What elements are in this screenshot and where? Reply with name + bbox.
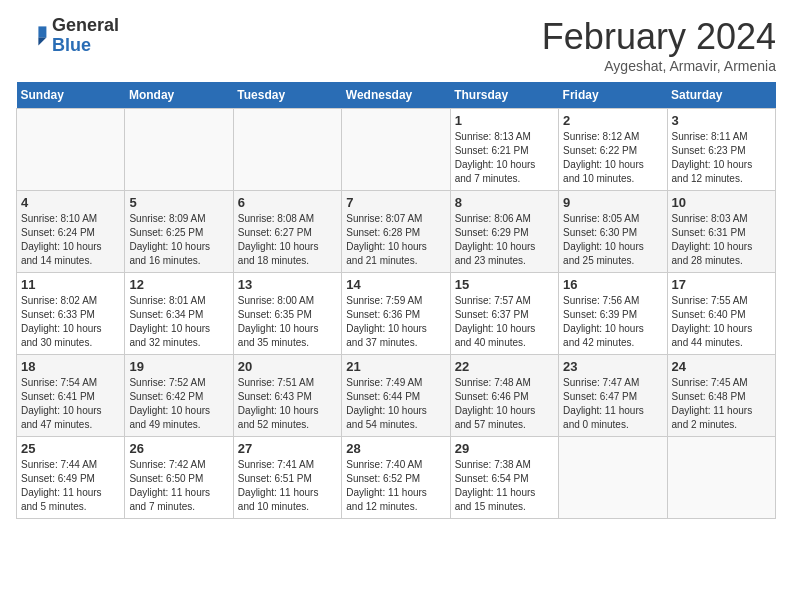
day-info: Sunrise: 7:45 AM Sunset: 6:48 PM Dayligh… xyxy=(672,376,771,432)
calendar-cell: 7Sunrise: 8:07 AM Sunset: 6:28 PM Daylig… xyxy=(342,191,450,273)
day-info: Sunrise: 7:52 AM Sunset: 6:42 PM Dayligh… xyxy=(129,376,228,432)
day-info: Sunrise: 7:59 AM Sunset: 6:36 PM Dayligh… xyxy=(346,294,445,350)
calendar-cell: 8Sunrise: 8:06 AM Sunset: 6:29 PM Daylig… xyxy=(450,191,558,273)
calendar-cell: 14Sunrise: 7:59 AM Sunset: 6:36 PM Dayli… xyxy=(342,273,450,355)
day-info: Sunrise: 8:03 AM Sunset: 6:31 PM Dayligh… xyxy=(672,212,771,268)
day-header-sunday: Sunday xyxy=(17,82,125,109)
day-header-saturday: Saturday xyxy=(667,82,775,109)
day-number: 29 xyxy=(455,441,554,456)
calendar-cell: 26Sunrise: 7:42 AM Sunset: 6:50 PM Dayli… xyxy=(125,437,233,519)
calendar-cell: 24Sunrise: 7:45 AM Sunset: 6:48 PM Dayli… xyxy=(667,355,775,437)
calendar-cell: 22Sunrise: 7:48 AM Sunset: 6:46 PM Dayli… xyxy=(450,355,558,437)
calendar-cell: 5Sunrise: 8:09 AM Sunset: 6:25 PM Daylig… xyxy=(125,191,233,273)
day-info: Sunrise: 8:11 AM Sunset: 6:23 PM Dayligh… xyxy=(672,130,771,186)
day-info: Sunrise: 7:54 AM Sunset: 6:41 PM Dayligh… xyxy=(21,376,120,432)
day-number: 26 xyxy=(129,441,228,456)
svg-marker-1 xyxy=(38,37,46,45)
week-row-4: 18Sunrise: 7:54 AM Sunset: 6:41 PM Dayli… xyxy=(17,355,776,437)
day-number: 20 xyxy=(238,359,337,374)
day-header-thursday: Thursday xyxy=(450,82,558,109)
logo-icon xyxy=(16,20,48,52)
calendar-cell: 9Sunrise: 8:05 AM Sunset: 6:30 PM Daylig… xyxy=(559,191,667,273)
day-number: 18 xyxy=(21,359,120,374)
calendar-cell: 29Sunrise: 7:38 AM Sunset: 6:54 PM Dayli… xyxy=(450,437,558,519)
calendar-header-row: SundayMondayTuesdayWednesdayThursdayFrid… xyxy=(17,82,776,109)
day-info: Sunrise: 7:55 AM Sunset: 6:40 PM Dayligh… xyxy=(672,294,771,350)
day-number: 19 xyxy=(129,359,228,374)
day-number: 4 xyxy=(21,195,120,210)
day-info: Sunrise: 8:01 AM Sunset: 6:34 PM Dayligh… xyxy=(129,294,228,350)
calendar-cell: 13Sunrise: 8:00 AM Sunset: 6:35 PM Dayli… xyxy=(233,273,341,355)
week-row-1: 1Sunrise: 8:13 AM Sunset: 6:21 PM Daylig… xyxy=(17,109,776,191)
day-info: Sunrise: 7:44 AM Sunset: 6:49 PM Dayligh… xyxy=(21,458,120,514)
day-number: 1 xyxy=(455,113,554,128)
calendar-cell: 23Sunrise: 7:47 AM Sunset: 6:47 PM Dayli… xyxy=(559,355,667,437)
calendar-cell: 27Sunrise: 7:41 AM Sunset: 6:51 PM Dayli… xyxy=(233,437,341,519)
logo-text: General Blue xyxy=(52,16,119,56)
day-header-monday: Monday xyxy=(125,82,233,109)
day-number: 14 xyxy=(346,277,445,292)
calendar-cell: 25Sunrise: 7:44 AM Sunset: 6:49 PM Dayli… xyxy=(17,437,125,519)
day-info: Sunrise: 8:06 AM Sunset: 6:29 PM Dayligh… xyxy=(455,212,554,268)
day-number: 28 xyxy=(346,441,445,456)
day-info: Sunrise: 7:41 AM Sunset: 6:51 PM Dayligh… xyxy=(238,458,337,514)
calendar-cell: 18Sunrise: 7:54 AM Sunset: 6:41 PM Dayli… xyxy=(17,355,125,437)
day-number: 23 xyxy=(563,359,662,374)
day-number: 9 xyxy=(563,195,662,210)
day-number: 27 xyxy=(238,441,337,456)
calendar-cell xyxy=(342,109,450,191)
day-info: Sunrise: 8:10 AM Sunset: 6:24 PM Dayligh… xyxy=(21,212,120,268)
calendar-cell: 28Sunrise: 7:40 AM Sunset: 6:52 PM Dayli… xyxy=(342,437,450,519)
calendar-cell xyxy=(667,437,775,519)
day-info: Sunrise: 7:48 AM Sunset: 6:46 PM Dayligh… xyxy=(455,376,554,432)
calendar-cell: 1Sunrise: 8:13 AM Sunset: 6:21 PM Daylig… xyxy=(450,109,558,191)
day-number: 5 xyxy=(129,195,228,210)
day-number: 16 xyxy=(563,277,662,292)
calendar-cell: 2Sunrise: 8:12 AM Sunset: 6:22 PM Daylig… xyxy=(559,109,667,191)
calendar-cell: 17Sunrise: 7:55 AM Sunset: 6:40 PM Dayli… xyxy=(667,273,775,355)
day-number: 24 xyxy=(672,359,771,374)
calendar-body: 1Sunrise: 8:13 AM Sunset: 6:21 PM Daylig… xyxy=(17,109,776,519)
calendar-cell xyxy=(17,109,125,191)
day-number: 25 xyxy=(21,441,120,456)
week-row-2: 4Sunrise: 8:10 AM Sunset: 6:24 PM Daylig… xyxy=(17,191,776,273)
calendar-cell: 4Sunrise: 8:10 AM Sunset: 6:24 PM Daylig… xyxy=(17,191,125,273)
day-number: 17 xyxy=(672,277,771,292)
calendar-cell xyxy=(125,109,233,191)
week-row-3: 11Sunrise: 8:02 AM Sunset: 6:33 PM Dayli… xyxy=(17,273,776,355)
calendar-cell: 19Sunrise: 7:52 AM Sunset: 6:42 PM Dayli… xyxy=(125,355,233,437)
day-number: 13 xyxy=(238,277,337,292)
day-header-friday: Friday xyxy=(559,82,667,109)
day-number: 10 xyxy=(672,195,771,210)
calendar-cell xyxy=(559,437,667,519)
day-header-tuesday: Tuesday xyxy=(233,82,341,109)
day-info: Sunrise: 7:57 AM Sunset: 6:37 PM Dayligh… xyxy=(455,294,554,350)
calendar-cell: 10Sunrise: 8:03 AM Sunset: 6:31 PM Dayli… xyxy=(667,191,775,273)
day-info: Sunrise: 8:12 AM Sunset: 6:22 PM Dayligh… xyxy=(563,130,662,186)
svg-marker-0 xyxy=(38,26,46,37)
day-info: Sunrise: 8:08 AM Sunset: 6:27 PM Dayligh… xyxy=(238,212,337,268)
day-info: Sunrise: 7:38 AM Sunset: 6:54 PM Dayligh… xyxy=(455,458,554,514)
day-number: 22 xyxy=(455,359,554,374)
day-info: Sunrise: 8:00 AM Sunset: 6:35 PM Dayligh… xyxy=(238,294,337,350)
day-number: 15 xyxy=(455,277,554,292)
day-number: 3 xyxy=(672,113,771,128)
calendar-table: SundayMondayTuesdayWednesdayThursdayFrid… xyxy=(16,82,776,519)
calendar-cell: 21Sunrise: 7:49 AM Sunset: 6:44 PM Dayli… xyxy=(342,355,450,437)
day-number: 12 xyxy=(129,277,228,292)
day-number: 6 xyxy=(238,195,337,210)
day-number: 8 xyxy=(455,195,554,210)
day-info: Sunrise: 8:09 AM Sunset: 6:25 PM Dayligh… xyxy=(129,212,228,268)
calendar-cell: 15Sunrise: 7:57 AM Sunset: 6:37 PM Dayli… xyxy=(450,273,558,355)
day-info: Sunrise: 8:07 AM Sunset: 6:28 PM Dayligh… xyxy=(346,212,445,268)
day-number: 7 xyxy=(346,195,445,210)
logo: General Blue xyxy=(16,16,119,56)
day-number: 21 xyxy=(346,359,445,374)
day-info: Sunrise: 7:56 AM Sunset: 6:39 PM Dayligh… xyxy=(563,294,662,350)
calendar-cell: 11Sunrise: 8:02 AM Sunset: 6:33 PM Dayli… xyxy=(17,273,125,355)
day-info: Sunrise: 8:02 AM Sunset: 6:33 PM Dayligh… xyxy=(21,294,120,350)
day-info: Sunrise: 7:47 AM Sunset: 6:47 PM Dayligh… xyxy=(563,376,662,432)
calendar-cell: 20Sunrise: 7:51 AM Sunset: 6:43 PM Dayli… xyxy=(233,355,341,437)
day-info: Sunrise: 8:13 AM Sunset: 6:21 PM Dayligh… xyxy=(455,130,554,186)
calendar-cell xyxy=(233,109,341,191)
